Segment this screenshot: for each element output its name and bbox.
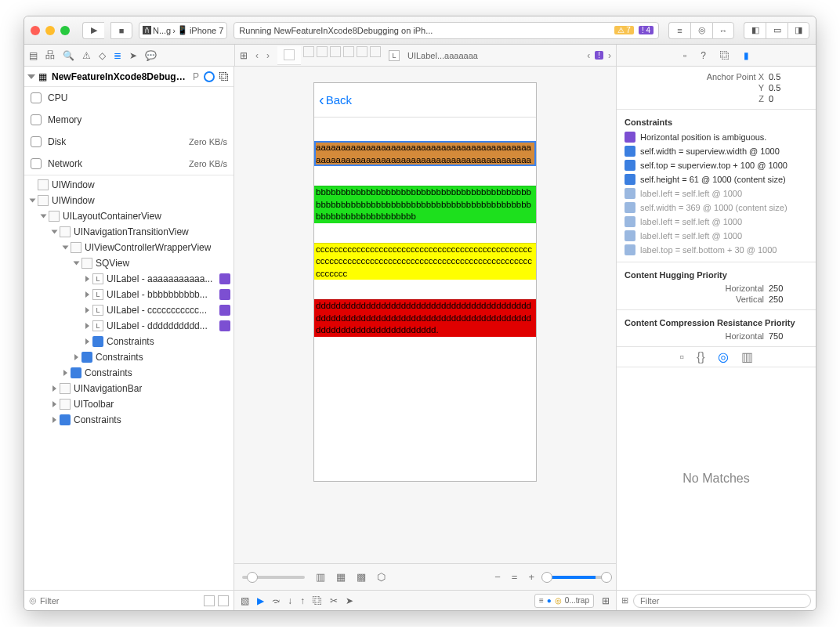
tree-row[interactable]: UIWindow [24, 193, 234, 208]
panels-icon[interactable]: ⊞ [602, 595, 610, 606]
continue-icon[interactable]: ▶ [257, 595, 264, 606]
constraint-row[interactable]: label.left = self.left @ 1000 [625, 186, 808, 201]
disclosure-icon[interactable] [52, 417, 56, 423]
jump-seg-icon[interactable] [370, 46, 381, 57]
toggle-utilities-button[interactable]: ◨ [788, 22, 809, 39]
error-badge-icon[interactable] [219, 273, 230, 284]
jump-seg-icon[interactable] [317, 46, 328, 57]
issue-nav-icon[interactable]: ⚠ [82, 50, 91, 61]
tree-row[interactable]: UIViewControllerWrapperView [24, 240, 234, 255]
error-badge-icon[interactable] [219, 320, 230, 331]
tree-row[interactable]: LUILabel - aaaaaaaaaaa... [24, 271, 234, 287]
tree-row[interactable]: Constraints [24, 365, 234, 381]
snapshot-icon[interactable]: ⿻ [219, 71, 229, 82]
zoom-in-icon[interactable]: + [528, 571, 534, 583]
mode-layers-icon[interactable]: ▦ [336, 571, 346, 583]
disclosure-icon[interactable] [85, 291, 89, 298]
toggle-navigator-button[interactable]: ◧ [744, 22, 766, 39]
tree-row[interactable]: LUILabel - bbbbbbbbbb... [24, 287, 234, 302]
zoom-slider[interactable] [242, 576, 305, 579]
jump-seg-icon[interactable] [357, 46, 368, 57]
gauge-row[interactable]: Memory [24, 109, 234, 131]
jump-seg-icon[interactable] [284, 49, 295, 60]
filter-opt-icon[interactable] [218, 595, 229, 606]
stop-button[interactable]: ■ [110, 22, 132, 39]
uilabel-view[interactable]: cccccccccccccccccccccccccccccccccccccccc… [314, 243, 536, 280]
forward-icon[interactable]: › [266, 50, 270, 61]
tree-row[interactable]: UIWindow [24, 177, 234, 193]
disclosure-icon[interactable] [85, 276, 89, 282]
disclosure-icon[interactable] [52, 385, 56, 392]
cube-icon[interactable]: ⬡ [377, 571, 386, 583]
attributes-inspector-icon[interactable]: ▮ [744, 50, 749, 61]
range-slider[interactable] [545, 576, 608, 579]
tree-row[interactable]: Constraints [24, 334, 234, 349]
jump-seg-icon[interactable] [330, 46, 341, 57]
tree-row[interactable]: Constraints [24, 349, 234, 365]
zoom-out-icon[interactable]: − [494, 571, 501, 583]
toggle-debug-button[interactable]: ▭ [766, 22, 788, 39]
zoom-fit-icon[interactable]: = [512, 571, 518, 583]
tree-row[interactable]: UILayoutContainerView [24, 208, 234, 224]
identity-inspector-icon[interactable]: ⿻ [720, 50, 730, 61]
disclosure-icon[interactable] [52, 230, 58, 234]
disclosure-icon[interactable] [30, 199, 36, 203]
project-header[interactable]: ▦ NewFeatureInXcode8Debugging P ⿻ [24, 67, 234, 87]
step-into-icon[interactable]: ↓ [288, 595, 292, 606]
constraint-row[interactable]: Horizontal position is ambiguous. [625, 130, 808, 144]
disclosure-icon[interactable] [74, 354, 78, 360]
scheme-selector[interactable]: 🅰 N...g › 📱 iPhone 7 [139, 22, 227, 39]
constraint-row[interactable]: self.width = 369 @ 1000 (content size) [625, 201, 808, 215]
file-template-icon[interactable]: ▫ [679, 350, 684, 364]
prev-issue-icon[interactable]: ‹ [587, 50, 590, 61]
disclosure-icon[interactable] [85, 307, 89, 313]
constraint-row[interactable]: self.top = superview.top + 100 @ 1000 [625, 158, 808, 172]
project-nav-icon[interactable]: ▤ [29, 50, 38, 61]
disclosure-icon[interactable] [85, 338, 89, 345]
location-icon[interactable]: ➤ [346, 595, 353, 606]
help-inspector-icon[interactable]: ? [701, 50, 706, 61]
report-nav-icon[interactable]: 💬 [145, 50, 157, 61]
gauge-row[interactable]: CPU [24, 87, 234, 109]
find-nav-icon[interactable]: 🔍 [63, 50, 74, 61]
constraint-row[interactable]: label.left = self.left @ 1000 [625, 229, 808, 243]
zoom-icon[interactable] [60, 26, 70, 35]
constraint-row[interactable]: self.height = 61 @ 1000 (content size) [625, 172, 808, 186]
constraint-row[interactable]: label.left = self.left @ 1000 [625, 215, 808, 229]
debug-nav-icon[interactable]: ≣ [114, 50, 121, 61]
canvas-viewport[interactable]: ‹ Back aaaaaaaaaaaaaaaaaaaaaaaaaaaaaaaaa… [234, 67, 616, 563]
object-library-icon[interactable]: ◎ [718, 349, 729, 364]
mode-exploded-icon[interactable]: ▩ [357, 571, 366, 583]
tag-nav-icon[interactable]: ◇ [99, 50, 106, 61]
disclosure-icon[interactable] [74, 262, 80, 266]
run-button[interactable]: ▶ [82, 22, 104, 39]
mode-2d-icon[interactable]: ▥ [316, 571, 325, 583]
tree-row[interactable]: UIToolbar [24, 396, 234, 412]
tree-row[interactable]: UINavigationTransitionView [24, 224, 234, 240]
uilabel-view[interactable]: bbbbbbbbbbbbbbbbbbbbbbbbbbbbbbbbbbbbbbbb… [314, 186, 536, 223]
disclosure-icon[interactable] [27, 74, 35, 79]
disclosure-icon[interactable] [63, 370, 67, 376]
constraint-row[interactable]: label.top = self.bottom + 30 @ 1000 [625, 243, 808, 257]
minimize-icon[interactable] [45, 26, 55, 35]
tree-row[interactable]: UINavigationBar [24, 381, 234, 396]
thread-picker[interactable]: ≡ ● ◎ 0...trap [534, 594, 594, 608]
issue-indicator-icon[interactable]: ! [595, 51, 603, 60]
memory-graph-icon[interactable]: ✂ [330, 595, 338, 606]
jump-seg-icon[interactable] [303, 46, 314, 57]
assistant-editor-button[interactable]: ◎ [690, 22, 712, 39]
back-chevron-icon[interactable]: ‹ [319, 91, 324, 109]
back-label[interactable]: Back [326, 93, 352, 107]
image-icon[interactable]: ▧ [241, 595, 249, 606]
uilabel-view[interactable]: aaaaaaaaaaaaaaaaaaaaaaaaaaaaaaaaaaaaaaaa… [314, 141, 536, 166]
gauge-row[interactable]: DiskZero KB/s [24, 131, 234, 153]
filter-opt-icon[interactable] [204, 595, 215, 606]
disclosure-icon[interactable] [85, 323, 89, 329]
step-out-icon[interactable]: ↑ [300, 595, 305, 606]
library-filter-input[interactable] [633, 594, 811, 608]
filter-input[interactable] [40, 596, 201, 606]
constraint-row[interactable]: self.width = superview.width @ 1000 [625, 144, 808, 158]
standard-editor-button[interactable]: ≡ [668, 22, 690, 39]
warning-badge[interactable]: ⚠ 7 [614, 26, 634, 34]
close-icon[interactable] [31, 26, 40, 35]
